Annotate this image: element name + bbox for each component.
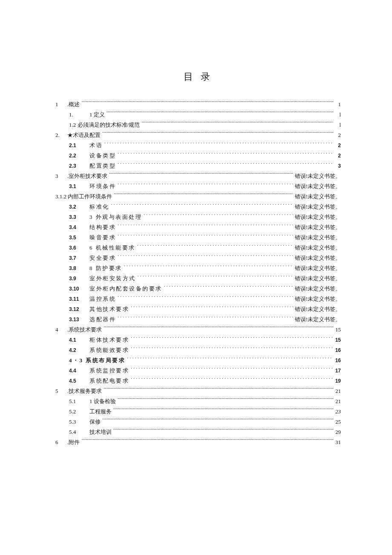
toc-entry-number: 2.1 xyxy=(69,140,89,150)
toc-leader xyxy=(118,150,333,157)
toc-entry: 4・3 系统布局要求16 xyxy=(55,355,341,365)
toc-entry-number: 6 xyxy=(55,437,67,447)
toc-entry-label: 设备类型 xyxy=(89,151,118,160)
toc-entry-number: 3.5 xyxy=(69,232,89,242)
toc-entry-label: ★术语及配置 xyxy=(67,130,102,139)
toc-entry: 2.3配置类型3 xyxy=(55,160,341,170)
toc-leader xyxy=(127,355,333,362)
toc-entry-label: 选配器件 xyxy=(89,314,118,324)
toc-entry-page: 19 xyxy=(333,376,341,385)
toc-entry-label: 噪音要求 xyxy=(89,232,118,242)
toc-entry-page: 错误!未定义书签。 xyxy=(293,212,341,221)
toc-leader xyxy=(102,129,333,137)
toc-entry-number: 4 xyxy=(55,325,67,334)
toc-entry: 3.10室外柜内配套设备的要求错误!未定义书签。 xyxy=(55,283,341,293)
toc-entry-label: 工程服务 xyxy=(89,407,113,416)
toc-entry: 3.33 外观与表面处理错误!未定义书签。 xyxy=(55,211,341,221)
toc-entry-page: 错误!未定义书签。 xyxy=(293,284,341,293)
toc-entry: 3.7安全要求错误!未定义书签。 xyxy=(55,252,341,262)
toc-entry-number: 1 xyxy=(55,99,67,109)
document-page: 目 录 1.概述11.1 定义l1.2 必须满足的技术标准/规范l2.★术语及配… xyxy=(0,0,392,555)
toc-leader xyxy=(118,232,293,239)
toc-entry-number: 3.3 xyxy=(69,212,89,221)
toc-entry: 4.系统技术要求15 xyxy=(55,324,341,334)
toc-entry-label: 8 防护要求 xyxy=(89,263,124,273)
toc-leader xyxy=(137,242,293,250)
toc-entry-number: 3.4 xyxy=(69,222,89,232)
toc-entry-label: .室外柜技术要求 xyxy=(67,171,109,180)
toc-entry-label: .技术服务要求 xyxy=(67,386,104,395)
toc-entry-number: 4.5 xyxy=(69,376,89,385)
toc-entry-number: 3.8 xyxy=(69,263,89,273)
toc-entry-label: 柜体技术要求 xyxy=(89,335,131,344)
toc-entry-label: 系统监控要求 xyxy=(89,366,131,375)
toc-entry-label: .概述 xyxy=(67,99,81,109)
toc-leader xyxy=(118,160,333,168)
toc-entry-page: l xyxy=(333,110,341,119)
toc-entry-page: 错误!未定义书签。 xyxy=(293,294,341,303)
toc-entry-number: 3.12 xyxy=(69,304,89,314)
toc-entry-label: 1.2 必须满足的技术标准/规范 xyxy=(69,120,141,129)
toc-entry-page: 29 xyxy=(333,427,341,436)
toc-entry-page: 错误!未定义书签。 xyxy=(293,171,341,180)
toc-entry-page: 15 xyxy=(333,325,341,334)
toc-entry-number: 4.4 xyxy=(69,366,89,375)
toc-entry-number: 2.3 xyxy=(69,161,89,170)
toc-entry-page: 错误!未定义书签。 xyxy=(293,222,341,232)
toc-entry-page: 23 xyxy=(333,407,341,416)
toc-entry: 3.11温控系统错误!未定义书签。 xyxy=(55,293,341,303)
toc-leader xyxy=(118,252,293,260)
toc-entry-page: 21 xyxy=(333,396,341,406)
toc-leader xyxy=(131,344,333,352)
toc-entry-number: 3.11 xyxy=(69,294,89,303)
toc-entry-number: 1. xyxy=(69,110,89,119)
toc-entry-label: 1 设备检验 xyxy=(89,396,118,406)
toc-entry-label: 系统能效要求 xyxy=(89,345,131,355)
toc-leader xyxy=(131,365,333,372)
toc-entry-label: 1 定义 xyxy=(89,110,107,119)
toc-leader xyxy=(113,426,333,434)
toc-leader xyxy=(113,406,333,413)
toc-entry: 4.5系统配电要求19 xyxy=(55,375,341,385)
toc-entry-page: 错误!未定义书签。 xyxy=(293,202,341,211)
toc-entry: 2.1术语2 xyxy=(55,139,341,150)
toc-leader xyxy=(131,303,293,311)
toc-entry-label: 标准化 xyxy=(89,202,111,211)
toc-entry-page: 16 xyxy=(333,345,341,355)
toc-entry-label: .附件 xyxy=(67,437,81,447)
toc-entry-label: 环境条件 xyxy=(89,181,118,191)
toc-entry-label: 3 外观与表面处理 xyxy=(89,212,144,221)
toc-entry: 3.12其他技术要求错误!未定义书签。 xyxy=(55,303,341,314)
toc-entry: 5.4技术培训29 xyxy=(55,426,341,436)
toc-leader xyxy=(118,395,333,403)
toc-entry: 3.4结构要求错误!未定义书签。 xyxy=(55,221,341,232)
toc-leader xyxy=(104,324,333,331)
toc-entry-number: 5.1 xyxy=(69,396,89,406)
toc-entry-number: 3.10 xyxy=(69,284,89,293)
toc-entry: 3.5噪音要求错误!未定义书签。 xyxy=(55,232,341,242)
toc-title: 目 录 xyxy=(55,70,341,83)
toc-leader xyxy=(109,170,293,178)
toc-entry: 5.3保修25 xyxy=(55,416,341,426)
toc-entry-page: 错误!未定义书签。 xyxy=(293,304,341,314)
toc-entry-page: 3 xyxy=(333,161,341,170)
toc-entry: 5.11 设备检验21 xyxy=(55,395,341,406)
toc-entry: 1.2 必须满足的技术标准/规范l xyxy=(55,119,341,129)
toc-leader xyxy=(131,375,333,383)
toc-leader xyxy=(118,314,293,321)
toc-entry-number: 5 xyxy=(55,386,67,395)
toc-leader xyxy=(118,221,293,229)
toc-entry-number: 3.7 xyxy=(69,253,89,262)
toc-leader xyxy=(131,334,333,342)
toc-leader xyxy=(124,262,293,270)
toc-entry-label: 术语 xyxy=(89,140,104,150)
toc-entry-page: 2 xyxy=(333,151,341,160)
toc-entry-page: l xyxy=(333,120,341,129)
toc-leader xyxy=(118,180,293,188)
toc-entry-number: 4.2 xyxy=(69,345,89,355)
toc-leader xyxy=(118,293,293,301)
toc-leader xyxy=(141,119,333,127)
toc-entry-label: 安全要求 xyxy=(89,253,118,262)
toc-entry-number: 5.2 xyxy=(69,407,89,416)
toc-entry-page: 16 xyxy=(333,355,341,365)
